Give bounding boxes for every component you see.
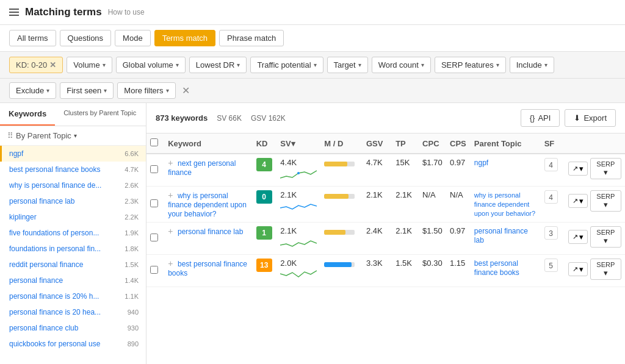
filter-kd-close[interactable]: ✕ [49, 60, 56, 70]
sidebar-item-why-personal[interactable]: why is personal finance de... 2.6K [0, 177, 146, 193]
cell-md [320, 187, 363, 223]
sidebar-item-best-personal[interactable]: best personal finance books 4.7K [0, 162, 146, 177]
cell-actions: ↗ ▾ SERP ▾ [565, 255, 625, 287]
sidebar-item-quickbooks[interactable]: quickbooks for personal use 890 [0, 336, 146, 352]
sidebar-item-five-foundations[interactable]: five foundations of person... 1.9K [0, 225, 146, 241]
table-row: + why is personal finance dependent upon… [146, 187, 625, 223]
tab-mode[interactable]: Mode [115, 30, 151, 46]
parent-topic-link[interactable]: why is personal finance dependent upon y… [474, 191, 535, 217]
parent-topic-link[interactable]: personal finance lab [474, 227, 528, 244]
cell-sv: 2.0K [276, 255, 320, 287]
cell-cpc: N/A [419, 187, 446, 223]
col-header-actions [565, 134, 625, 154]
col-header-sf[interactable]: SF [541, 134, 565, 154]
tab-all-terms[interactable]: All terms [9, 30, 56, 46]
api-button[interactable]: {} API [521, 109, 560, 127]
sidebar-item-count: 1.5K [125, 261, 139, 268]
sidebar-item-count: 930 [128, 324, 139, 332]
help-link[interactable]: How to use [108, 8, 145, 16]
sort-icon: ⠿ [7, 131, 13, 140]
col-header-keyword[interactable]: Keyword [164, 134, 253, 154]
filter-more-filters[interactable]: More filters ▾ [117, 82, 175, 99]
sidebar-item-personal-finance[interactable]: personal finance 1.4K [0, 273, 146, 288]
col-header-parent[interactable]: Parent Topic [471, 134, 541, 154]
sidebar-item-foundations[interactable]: foundations in personal fin... 1.8K [0, 241, 146, 257]
chevron-down-icon: ▾ [166, 87, 169, 94]
export-button[interactable]: ⬇ Export [565, 109, 616, 127]
tab-questions[interactable]: Questions [60, 30, 112, 46]
filter-serp-features[interactable]: SERP features ▾ [435, 57, 506, 73]
filter-target-label: Target [334, 60, 356, 70]
select-all-checkbox[interactable] [150, 138, 158, 146]
sidebar-item-kiplinger[interactable]: kiplinger 2.2K [0, 209, 146, 225]
sidebar-item-finance-lab[interactable]: personal finance lab 2.3K [0, 193, 146, 209]
hamburger-menu[interactable] [9, 9, 19, 16]
chevron-down-icon: ▾ [237, 62, 240, 68]
filter-global-volume-label: Global volume [123, 60, 173, 70]
trend-button[interactable]: ↗ ▾ [568, 230, 588, 244]
clear-filters-button[interactable]: ✕ [179, 85, 192, 96]
trend-button[interactable]: ↗ ▾ [568, 262, 588, 276]
sidebar-item-ngpf[interactable]: ngpf 6.6K [0, 146, 146, 162]
add-keyword-button[interactable]: + [168, 190, 173, 200]
filter-target[interactable]: Target ▾ [327, 57, 368, 73]
col-header-gsv[interactable]: GSV [363, 134, 392, 154]
keyword-link[interactable]: best personal finance books [168, 260, 247, 277]
keyword-link[interactable]: personal finance lab [178, 227, 243, 236]
sidebar-item-count: 2.6K [125, 182, 139, 189]
sidebar-item-20hea[interactable]: personal finance is 20 hea... 940 [0, 304, 146, 320]
sidebar-item-text: personal finance [9, 276, 120, 285]
parent-topic-link[interactable]: best personal finance books [474, 259, 519, 277]
sidebar-item-20h[interactable]: personal finance is 20% h... 1.1K [0, 288, 146, 304]
parent-topic-link[interactable]: ngpf [474, 159, 488, 167]
serp-button[interactable]: SERP ▾ [590, 158, 621, 179]
col-header-sv[interactable]: SV▾ [276, 134, 320, 154]
add-keyword-button[interactable]: + [168, 259, 173, 268]
row-checkbox[interactable] [150, 165, 158, 173]
filter-kd[interactable]: KD: 0-20 ✕ [9, 57, 63, 73]
row-checkbox[interactable] [150, 266, 158, 274]
tab-terms-match[interactable]: Terms match [154, 30, 215, 46]
sidebar-item-count: 940 [128, 309, 139, 316]
serp-button[interactable]: SERP ▾ [590, 226, 621, 248]
col-header-cpc[interactable]: CPC [419, 134, 446, 154]
table-actions: {} API ⬇ Export [521, 109, 616, 127]
col-header-kd[interactable]: KD [253, 134, 277, 154]
trend-button[interactable]: ↗ ▾ [568, 194, 588, 208]
trend-button[interactable]: ↗ ▾ [568, 162, 588, 176]
row-checkbox[interactable] [150, 199, 158, 207]
sidebar-item-club[interactable]: personal finance club 930 [0, 320, 146, 336]
parent-topic-dropdown[interactable]: ⠿ By Parent Topic ▾ [7, 131, 77, 140]
filter-traffic-potential[interactable]: Traffic potential ▾ [250, 57, 323, 73]
filter-exclude[interactable]: Exclude ▾ [9, 82, 56, 99]
filter-lowest-dr[interactable]: Lowest DR ▾ [189, 57, 247, 73]
add-keyword-button[interactable]: + [168, 158, 173, 168]
filter-include[interactable]: Include ▾ [510, 57, 554, 73]
add-keyword-button[interactable]: + [168, 226, 173, 236]
col-header-tp[interactable]: TP [392, 134, 419, 154]
filter-global-volume[interactable]: Global volume ▾ [116, 57, 186, 73]
cell-kd: 1 [253, 223, 277, 255]
col-header-cps[interactable]: CPS [446, 134, 471, 154]
filters-row-2: Exclude ▾ First seen ▾ More filters ▾ ✕ [0, 79, 625, 103]
filter-first-seen[interactable]: First seen ▾ [60, 82, 114, 99]
sidebar-item-count: 2.3K [125, 198, 139, 205]
cell-parent: personal finance lab [471, 223, 541, 255]
filters-row-1: KD: 0-20 ✕ Volume ▾ Global volume ▾ Lowe… [0, 52, 625, 79]
filter-word-count[interactable]: Word count ▾ [372, 57, 431, 73]
sidebar-item-reddit[interactable]: reddit personal finance 1.5K [0, 257, 146, 273]
row-checkbox[interactable] [150, 234, 158, 241]
tab-clusters-parent[interactable]: Clusters by Parent Topic [55, 103, 145, 126]
tab-phrase-match[interactable]: Phrase match [219, 30, 284, 46]
chevron-down-icon: ▾ [103, 62, 106, 68]
tab-keywords[interactable]: Keywords [0, 103, 55, 126]
filter-volume[interactable]: Volume ▾ [67, 57, 112, 73]
keyword-link[interactable]: next gen personal finance [168, 159, 236, 177]
serp-button[interactable]: SERP ▾ [590, 259, 621, 280]
keyword-link[interactable]: why is personal finance dependent upon y… [168, 191, 247, 218]
col-header-md[interactable]: M / D [320, 134, 363, 154]
sf-badge: 3 [544, 226, 558, 240]
cell-gsv: 3.3K [363, 255, 392, 287]
sidebar: Keywords Clusters by Parent Topic Cluste… [0, 103, 146, 364]
serp-button[interactable]: SERP ▾ [590, 190, 621, 212]
